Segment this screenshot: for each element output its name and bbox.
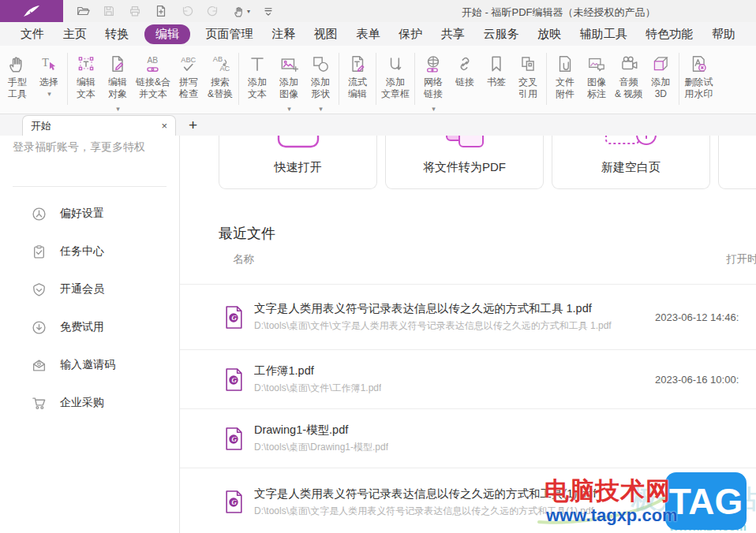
sidebar-item-membership[interactable]: 开通会员 <box>0 270 179 308</box>
remove-watermark-icon <box>684 51 713 76</box>
menu-page-manage[interactable]: 页面管理 <box>203 25 256 43</box>
recent-files-list: G 文字是人类用表义符号记录表达信息以传之久远的方式和工具 1.pdf D:\t… <box>180 284 756 533</box>
redo-icon[interactable] <box>206 4 220 18</box>
ribbon-add-shapes[interactable]: 添加 形状 <box>305 51 336 114</box>
sidebar-item-label: 企业采购 <box>60 396 104 410</box>
ribbon-image-annotation[interactable]: 图像 标注 <box>581 51 612 100</box>
hand-mode-caret-icon: ▾ <box>247 8 250 15</box>
menu-file[interactable]: 文件 <box>17 25 47 43</box>
file-row[interactable]: G 文字是人类用表义符号记录表达信息以传之久远的方式和工具 1.pdf D:\t… <box>180 285 756 350</box>
open-file-icon[interactable] <box>76 4 90 18</box>
ribbon-add-text[interactable]: 添加 文本 <box>241 51 273 114</box>
free-trial-icon <box>32 320 47 335</box>
ribbon-cross-reference[interactable]: 交叉 引用 <box>512 51 544 114</box>
menu-share[interactable]: 共享 <box>438 25 468 43</box>
svg-text:T: T <box>42 56 49 69</box>
ribbon-bookmark[interactable]: 书签 <box>481 51 512 114</box>
ribbon-edit-text[interactable]: 编辑 文本 <box>70 51 102 114</box>
menu-cloud[interactable]: 云服务 <box>480 25 522 43</box>
svg-text:G: G <box>231 435 237 443</box>
main-area: 登录福昕账号，享更多特权 偏好设置 任务中心 开通会员 免费试用 输入邀请码 <box>0 136 756 533</box>
svg-text:AB: AB <box>147 56 158 65</box>
ribbon-add-3d[interactable]: 添加 3D <box>645 51 676 100</box>
customize-toolbar-icon[interactable] <box>262 5 275 17</box>
new-blank-page-icon <box>603 136 660 151</box>
menu-convert[interactable]: 转换 <box>102 25 132 43</box>
hand-mode-icon[interactable]: ▾ <box>232 5 250 18</box>
sidebar-item-enterprise-purchase[interactable]: 企业采购 <box>0 384 179 422</box>
cross-reference-icon <box>515 51 541 76</box>
pdf-file-icon: G <box>225 368 243 391</box>
file-meta: Drawing1-模型.pdf D:\tools\桌面\Drawing1-模型.… <box>254 423 388 454</box>
titlebar: ▾ 开始 - 福昕PDF编辑器（未经授权的产品） <box>0 0 756 22</box>
ribbon-file-attachment[interactable]: 文件 附件 <box>549 51 581 100</box>
menu-protect[interactable]: 保护 <box>395 25 425 43</box>
sidebar-item-preferences[interactable]: 偏好设置 <box>0 195 179 233</box>
ribbon-edit-object[interactable]: 编辑 对象 <box>102 51 133 114</box>
menu-accessibility[interactable]: 辅助工具 <box>577 25 631 43</box>
ribbon-web-link[interactable]: 网络 链接 <box>417 51 449 114</box>
tab-title: 开始 <box>31 119 161 133</box>
edit-object-icon <box>104 51 131 76</box>
login-prompt[interactable]: 登录福昕账号，享更多特权 <box>0 136 179 155</box>
ribbon-link[interactable]: 链接 <box>449 51 481 114</box>
article-box-icon <box>381 51 410 76</box>
ribbon-flow-edit[interactable]: 流式 编辑 <box>342 51 373 100</box>
ribbon-spell-check[interactable]: ABC 拼写 检查 <box>173 51 204 114</box>
card-convert-to-pdf[interactable]: 将文件转为PDF <box>385 136 544 189</box>
dropdown-caret-icon <box>431 100 436 114</box>
card-quick-open[interactable]: 快速打开 <box>219 136 377 189</box>
add-text-icon <box>244 51 271 76</box>
create-page-icon[interactable] <box>154 4 168 18</box>
file-path: D:\tools\桌面\文字是人类用表义符号记录表达信息以传之久远的方式和工具(… <box>254 505 596 518</box>
menu-comment[interactable]: 注释 <box>268 25 298 43</box>
menu-home[interactable]: 主页 <box>60 25 90 43</box>
save-icon[interactable] <box>102 4 116 18</box>
file-row[interactable]: G 工作簿1.pdf D:\tools\桌面\文件\工作簿1.pdf 2023-… <box>180 350 756 409</box>
image-annotation-icon <box>583 51 610 76</box>
column-header-name[interactable]: 名称 <box>233 252 254 266</box>
action-cards: 快速打开 将文件转为PDF 新建空白页 <box>219 136 756 189</box>
quill-pen-icon <box>21 3 42 19</box>
invite-code-icon <box>32 358 47 373</box>
card-partial[interactable] <box>718 136 756 189</box>
ribbon-hand-tool[interactable]: 手型 工具 <box>2 51 33 100</box>
window-title: 开始 - 福昕PDF编辑器（未经授权的产品） <box>462 6 656 20</box>
sidebar-item-invite-code[interactable]: 输入邀请码 <box>0 346 179 384</box>
sidebar-divider <box>13 186 167 187</box>
link-join-text-icon: AB <box>136 51 170 76</box>
svg-text:ABC: ABC <box>181 56 196 64</box>
card-new-blank-page[interactable]: 新建空白页 <box>552 136 710 189</box>
sidebar-item-label: 输入邀请码 <box>60 358 115 372</box>
menu-view[interactable]: 视图 <box>311 25 341 43</box>
content-area: 快速打开 将文件转为PDF 新建空白页 最近文件 名称 打开时间 G 文字是人类… <box>180 136 756 533</box>
file-row[interactable]: G Drawing1-模型.pdf D:\tools\桌面\Drawing1-模… <box>180 409 756 468</box>
file-path: D:\tools\桌面\Drawing1-模型.pdf <box>254 441 388 454</box>
menu-help[interactable]: 帮助 <box>709 25 739 43</box>
menu-slideshow[interactable]: 放映 <box>534 25 564 43</box>
app-logo[interactable] <box>0 0 63 22</box>
ribbon-select[interactable]: T 选择 <box>33 51 65 100</box>
ribbon-search-replace[interactable]: ABAC 搜索 &替换 <box>204 51 236 114</box>
ribbon-link-join-text[interactable]: AB 链接&合 并文本 <box>133 51 173 114</box>
ribbon-add-image[interactable]: 添加 图像 <box>273 51 305 114</box>
file-meta: 工作簿1.pdf D:\tools\桌面\文件\工作簿1.pdf <box>254 363 381 395</box>
new-tab-button[interactable]: + <box>189 117 197 134</box>
menu-features[interactable]: 特色功能 <box>642 25 696 43</box>
menubar: 文件 主页 转换 编辑 页面管理 注释 视图 表单 保护 共享 云服务 放映 辅… <box>0 22 756 46</box>
menu-form[interactable]: 表单 <box>353 25 383 43</box>
sidebar-item-task-center[interactable]: 任务中心 <box>0 233 179 270</box>
sidebar-item-free-trial[interactable]: 免费试用 <box>0 308 179 346</box>
ribbon-remove-trial-watermark[interactable]: 删除试 用水印 <box>682 51 715 100</box>
ribbon-separator <box>339 53 339 105</box>
print-icon[interactable] <box>128 4 142 18</box>
tab-start[interactable]: 开始 × <box>22 115 176 136</box>
ribbon-article-box[interactable]: 添加 文章框 <box>379 51 412 100</box>
column-header-opened[interactable]: 打开时间 <box>726 252 756 266</box>
ribbon-toolbar: 手型 工具 T 选择 编辑 文本 编辑 对象 AB 链接&合 并文本 ABC 拼… <box>0 46 756 114</box>
tab-close-icon[interactable]: × <box>161 120 167 132</box>
undo-icon[interactable] <box>180 4 194 18</box>
menu-edit-active[interactable]: 编辑 <box>144 24 190 44</box>
ribbon-audio-video[interactable]: 音频 & 视频 <box>612 51 645 100</box>
file-row[interactable]: G 文字是人类用表义符号记录表达信息以传之久远的方式和工具(1).pdf D:\… <box>180 468 756 533</box>
